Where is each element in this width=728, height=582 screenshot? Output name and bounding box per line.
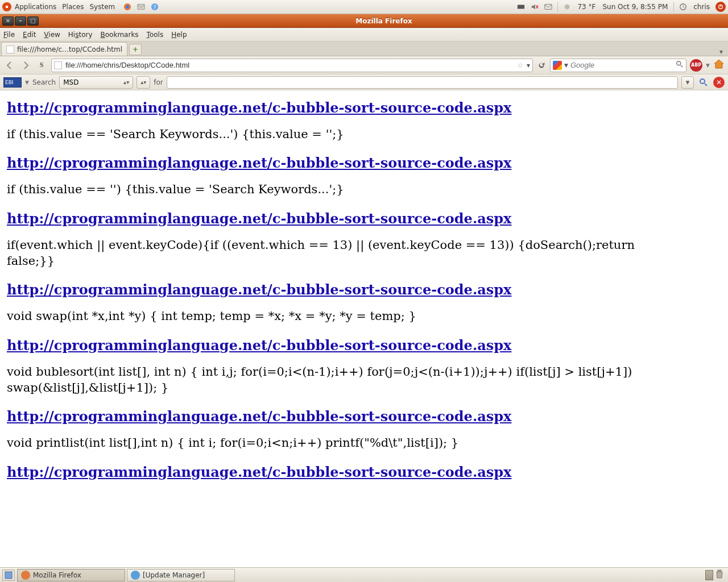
taskbar-window[interactable]: Mozilla Firefox <box>17 569 125 581</box>
ext-search-go-icon[interactable] <box>697 76 710 89</box>
source-link[interactable]: http://cprogramminglanguage.net/c-bubble… <box>7 281 684 298</box>
tab-label: file:///home/c…top/CCode.html <box>17 45 122 53</box>
ebi-search-toolbar: EBI ▼ Search MSD ▴▾ ▴▾ for ▼ ✕ <box>0 74 728 90</box>
svg-point-12 <box>700 79 705 84</box>
code-snippet: void printlist(int list[],int n) { int i… <box>7 435 684 451</box>
taskbar-window[interactable]: [Update Manager] <box>127 569 235 581</box>
clock[interactable]: Sun Oct 9, 8:55 PM <box>602 3 668 11</box>
svg-rect-5 <box>518 5 524 9</box>
bookmark-star-icon[interactable]: ☆ <box>517 61 523 69</box>
trash-icon[interactable] <box>715 569 723 580</box>
menu-history[interactable]: History <box>68 31 93 39</box>
ebi-logo-dropdown[interactable]: ▼ <box>25 80 29 85</box>
weather-icon[interactable] <box>562 2 572 12</box>
source-link[interactable]: http://cprogramminglanguage.net/c-bubble… <box>7 99 684 116</box>
svg-point-11 <box>677 61 681 65</box>
help-launcher-icon[interactable]: ? <box>150 2 160 12</box>
abp-dropdown[interactable]: ▼ <box>706 63 710 68</box>
menu-help[interactable]: Help <box>171 31 187 39</box>
ext-query-input[interactable] <box>171 78 674 86</box>
task-label: [Update Manager] <box>143 571 205 579</box>
svg-point-1 <box>126 5 129 8</box>
code-snippet: void bublesort(int list[], int n) { int … <box>7 364 684 396</box>
workspace-switcher[interactable] <box>705 570 713 580</box>
ubuntu-logo-icon[interactable] <box>2 2 11 11</box>
adblock-plus-icon[interactable]: ABP <box>690 59 702 72</box>
url-input[interactable] <box>65 61 515 69</box>
search-input[interactable] <box>570 61 676 69</box>
panel-menu-system[interactable]: System <box>89 3 115 11</box>
keyboard-indicator-icon[interactable] <box>516 2 526 12</box>
task-app-icon <box>131 571 140 580</box>
search-bar[interactable]: ▼ <box>550 59 686 72</box>
ext-engine-value: MSD <box>63 78 78 86</box>
window-titlebar[interactable]: ✕ – □ Mozilla Firefox <box>0 14 728 28</box>
browser-tab[interactable]: file:///home/c…top/CCode.html <box>1 42 127 56</box>
evolution-launcher-icon[interactable] <box>136 2 146 12</box>
window-minimize-button[interactable]: – <box>15 16 26 26</box>
source-link[interactable]: http://cprogramminglanguage.net/c-bubble… <box>7 210 684 227</box>
menu-tools[interactable]: Tools <box>147 31 164 39</box>
window-title: Mozilla Firefox <box>40 17 728 25</box>
ext-query-field[interactable] <box>167 76 678 89</box>
svg-rect-6 <box>545 5 552 10</box>
svg-rect-2 <box>138 5 144 10</box>
code-snippet: void swap(int *x,int *y) { int temp; tem… <box>7 308 684 324</box>
nav-toolbar: S ☆ ▾ ▼ ABP ▼ <box>0 56 728 74</box>
task-app-icon <box>21 571 30 580</box>
menu-view[interactable]: View <box>44 31 60 39</box>
tab-list-dropdown[interactable]: ▾ <box>715 48 727 56</box>
menu-bookmarks[interactable]: Bookmarks <box>101 31 139 39</box>
tab-favicon-icon <box>6 45 14 53</box>
show-desktop-button[interactable] <box>2 569 15 581</box>
user-switch-icon[interactable] <box>678 2 688 12</box>
mail-indicator-icon[interactable] <box>543 2 553 12</box>
task-label: Mozilla Firefox <box>33 571 81 579</box>
weather-temp[interactable]: 73 °F <box>577 3 595 11</box>
code-snippet: if (this.value == 'Search Keywords...') … <box>7 126 684 142</box>
back-button[interactable] <box>3 59 16 72</box>
source-link[interactable]: http://cprogramminglanguage.net/c-bubble… <box>7 464 684 480</box>
ext-engine-next[interactable]: ▴▾ <box>136 76 150 89</box>
ebi-logo-icon[interactable]: EBI <box>3 77 22 88</box>
firefox-menubar: File Edit View History Bookmarks Tools H… <box>0 28 728 41</box>
search-engine-dropdown[interactable]: ▼ <box>564 63 568 68</box>
page-viewport[interactable]: http://cprogramminglanguage.net/c-bubble… <box>0 90 728 567</box>
url-bar[interactable]: ☆ ▾ <box>51 59 533 72</box>
source-link[interactable]: http://cprogramminglanguage.net/c-bubble… <box>7 337 684 354</box>
ext-search-label: Search <box>32 78 56 86</box>
code-snippet: if(event.which || event.keyCode){if ((ev… <box>7 237 684 269</box>
home-button[interactable] <box>713 59 725 72</box>
firefox-launcher-icon[interactable] <box>122 2 133 12</box>
menu-edit[interactable]: Edit <box>23 31 36 39</box>
volume-muted-icon[interactable] <box>530 2 540 12</box>
power-icon[interactable] <box>715 2 726 12</box>
source-link[interactable]: http://cprogramminglanguage.net/c-bubble… <box>7 408 684 425</box>
svg-point-7 <box>565 5 570 10</box>
url-history-dropdown[interactable]: ▾ <box>527 61 530 69</box>
window-close-button[interactable]: ✕ <box>2 16 14 26</box>
forward-button[interactable] <box>19 59 32 72</box>
gnome-bottom-panel: Mozilla Firefox[Update Manager] <box>0 567 728 582</box>
ext-close-button[interactable]: ✕ <box>713 77 725 88</box>
panel-menu-applications[interactable]: Applications <box>15 3 56 11</box>
window-maximize-button[interactable]: □ <box>27 16 39 26</box>
svg-rect-10 <box>720 5 721 7</box>
chevron-updown-icon: ▴▾ <box>123 79 129 85</box>
svg-rect-13 <box>5 572 12 579</box>
google-engine-icon[interactable] <box>553 61 562 70</box>
ext-query-dropdown[interactable]: ▼ <box>681 76 694 89</box>
source-link[interactable]: http://cprogramminglanguage.net/c-bubble… <box>7 155 684 171</box>
ext-for-label: for <box>154 78 163 86</box>
search-go-icon[interactable] <box>676 60 684 70</box>
url-favicon-icon <box>54 61 62 69</box>
new-tab-button[interactable]: + <box>129 44 142 55</box>
ext-engine-select[interactable]: MSD ▴▾ <box>59 76 133 89</box>
gnome-top-panel: Applications Places System ? 73 °F Sun O… <box>0 0 728 14</box>
menu-file[interactable]: File <box>3 31 15 39</box>
svg-rect-14 <box>718 570 721 571</box>
reload-button[interactable] <box>536 61 547 69</box>
user-name[interactable]: chris <box>693 3 710 11</box>
stylish-icon[interactable]: S <box>35 59 48 72</box>
panel-menu-places[interactable]: Places <box>62 3 84 11</box>
